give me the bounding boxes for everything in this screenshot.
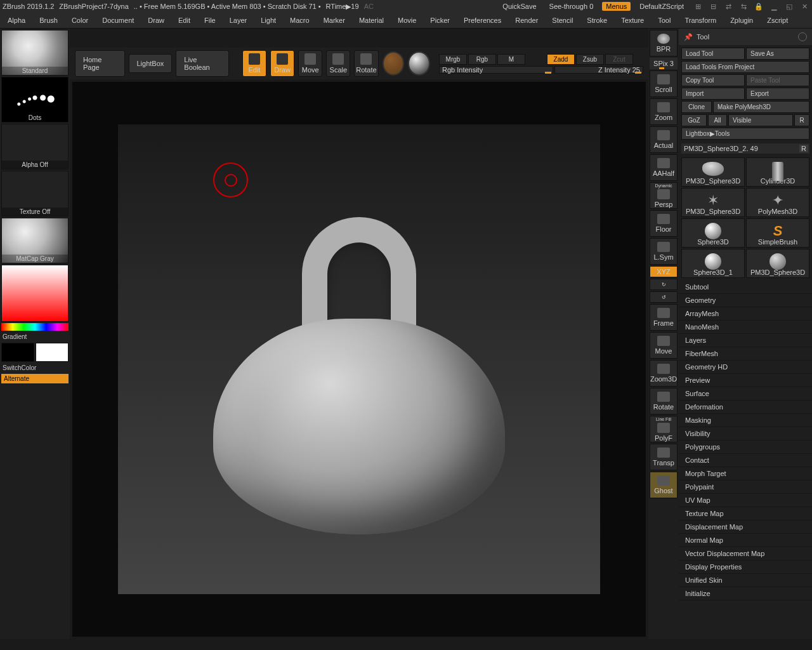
menu-layer[interactable]: Layer	[227, 15, 250, 25]
brush-selector[interactable]: Standard	[1, 30, 69, 76]
menu-edit[interactable]: Edit	[176, 15, 193, 25]
close-icon[interactable]: ✕	[799, 1, 809, 11]
section-masking[interactable]: Masking	[679, 414, 812, 427]
section-texturemap[interactable]: Texture Map	[679, 507, 812, 521]
menu-color[interactable]: Color	[69, 15, 91, 25]
clone-button[interactable]: Clone	[681, 101, 712, 113]
switchcolor-button[interactable]: SwitchColor	[1, 363, 69, 373]
swap2-icon[interactable]: ⇆	[738, 1, 749, 11]
xyz-button[interactable]: XYZ	[650, 266, 678, 277]
m-button[interactable]: M	[497, 54, 525, 65]
section-deformation[interactable]: Deformation	[679, 401, 812, 414]
tool-item-3[interactable]: ✦PolyMesh3D	[746, 188, 809, 217]
scroll-button[interactable]: Scroll	[650, 70, 678, 97]
persp-button[interactable]: DynamicPersp	[650, 182, 678, 209]
tool-item-4[interactable]: Sphere3D	[681, 218, 745, 248]
copy-tool-button[interactable]: Copy Tool	[681, 74, 745, 86]
save-as-button[interactable]: Save As	[746, 48, 809, 60]
section-geometry[interactable]: Geometry	[679, 294, 812, 307]
quicksave-button[interactable]: QuickSave	[499, 2, 540, 11]
menu-brush[interactable]: Brush	[37, 15, 60, 25]
canvas[interactable]	[72, 82, 646, 637]
section-unifiedskin[interactable]: Unified Skin	[679, 574, 812, 587]
scale-mode-button[interactable]: Scale	[326, 50, 350, 77]
menu-render[interactable]: Render	[513, 15, 540, 25]
visible-button[interactable]: Visible	[728, 114, 793, 126]
stroke-selector[interactable]: Dots	[1, 77, 69, 123]
rgb-button[interactable]: Rgb	[468, 54, 496, 65]
menu-document[interactable]: Document	[100, 15, 136, 25]
aahalf-button[interactable]: AAHalf	[650, 154, 678, 181]
load-project-button[interactable]: Load Tools From Project	[681, 61, 809, 73]
menu-movie[interactable]: Movie	[395, 15, 419, 25]
current-tool-slider[interactable]: PM3D_Sphere3D_2. 49R	[681, 143, 809, 154]
menu-stroke[interactable]: Stroke	[584, 15, 610, 25]
goz-button[interactable]: GoZ	[681, 114, 707, 126]
layout2-icon[interactable]: ⊟	[708, 1, 718, 11]
actual-button[interactable]: Actual	[650, 126, 678, 153]
zsub-button[interactable]: Zsub	[576, 54, 604, 65]
section-contact[interactable]: Contact	[679, 454, 812, 467]
alternate-button[interactable]: Alternate	[1, 374, 69, 383]
load-tool-button[interactable]: Load Tool	[681, 48, 745, 60]
menu-transform[interactable]: Transform	[682, 15, 719, 25]
menu-marker[interactable]: Marker	[321, 15, 348, 25]
tool-item-6[interactable]: Sphere3D_1	[681, 249, 745, 278]
floor-button[interactable]: Floor	[650, 210, 678, 237]
section-initialize[interactable]: Initialize	[679, 587, 812, 600]
menus-button[interactable]: Menus	[602, 2, 631, 11]
section-surface[interactable]: Surface	[679, 387, 812, 401]
draw-mode-button[interactable]: Draw	[270, 50, 294, 77]
swatch-white[interactable]	[36, 343, 69, 362]
menu-picker[interactable]: Picker	[428, 15, 452, 25]
all-button[interactable]: All	[708, 114, 727, 126]
maximize-icon[interactable]: ◱	[784, 1, 794, 11]
swatch-black[interactable]	[1, 343, 34, 362]
lightbox-tools-button[interactable]: Lightbox▶Tools	[681, 128, 809, 140]
section-geometryhd[interactable]: Geometry HD	[679, 361, 812, 374]
section-vectordisp[interactable]: Vector Displacement Map	[679, 547, 812, 560]
tool-item-0[interactable]: PM3D_Sphere3D	[681, 157, 745, 187]
section-preview[interactable]: Preview	[679, 374, 812, 387]
tool-item-2[interactable]: ✶PM3D_Sphere3D	[681, 188, 745, 217]
lightbox-button[interactable]: LightBox	[129, 54, 173, 73]
section-normalmap[interactable]: Normal Map	[679, 534, 812, 547]
import-button[interactable]: Import	[681, 88, 745, 100]
section-nanomesh[interactable]: NanoMesh	[679, 321, 812, 334]
loop2-button[interactable]: ↺	[650, 291, 678, 303]
section-morphtarget[interactable]: Morph Target	[679, 467, 812, 481]
menu-macro[interactable]: Macro	[287, 15, 312, 25]
tool-panel-header[interactable]: 📌Tool	[679, 29, 812, 45]
bpr-button[interactable]: BPR	[650, 30, 678, 56]
menu-zscript[interactable]: Zscript	[764, 15, 790, 25]
section-displayprops[interactable]: Display Properties	[679, 560, 812, 574]
tool-item-7[interactable]: PM3D_Sphere3D	[746, 249, 809, 278]
minimize-icon[interactable]: ▁	[769, 1, 779, 11]
alpha-selector[interactable]: Alpha Off	[1, 124, 69, 169]
move3d-button[interactable]: Move	[650, 332, 678, 359]
polymesh3d-button[interactable]: Make PolyMesh3D	[713, 101, 809, 113]
rotate-mode-button[interactable]: Rotate	[354, 50, 378, 77]
default-script[interactable]: DefaultZScript	[636, 2, 688, 11]
viewport[interactable]	[118, 124, 600, 594]
zcut-button[interactable]: Zcut	[605, 54, 633, 65]
menu-file[interactable]: File	[202, 15, 218, 25]
tool-item-1[interactable]: Cylinder3D	[746, 157, 809, 187]
ghost-button[interactable]: Ghost	[650, 472, 678, 498]
section-displacement[interactable]: Displacement Map	[679, 521, 812, 534]
menu-stencil[interactable]: Stencil	[549, 15, 575, 25]
lock-icon[interactable]: 🔒	[754, 1, 764, 11]
section-polygroups[interactable]: Polygroups	[679, 441, 812, 454]
r-button[interactable]: R	[794, 114, 809, 126]
section-polypaint[interactable]: Polypaint	[679, 481, 812, 494]
zadd-button[interactable]: Zadd	[547, 54, 575, 65]
menu-draw[interactable]: Draw	[145, 15, 167, 25]
tool-item-5[interactable]: SSimpleBrush	[746, 218, 809, 248]
menu-alpha[interactable]: Alpha	[5, 15, 28, 25]
section-fibermesh[interactable]: FiberMesh	[679, 347, 812, 361]
edit-mode-button[interactable]: Edit	[242, 50, 266, 77]
mrgb-button[interactable]: Mrgb	[439, 54, 467, 65]
seethrough-slider[interactable]: See-through 0	[546, 2, 598, 11]
hue-bar[interactable]	[1, 323, 69, 331]
rgb-intensity-slider[interactable]: Rgb Intensity	[439, 66, 553, 74]
